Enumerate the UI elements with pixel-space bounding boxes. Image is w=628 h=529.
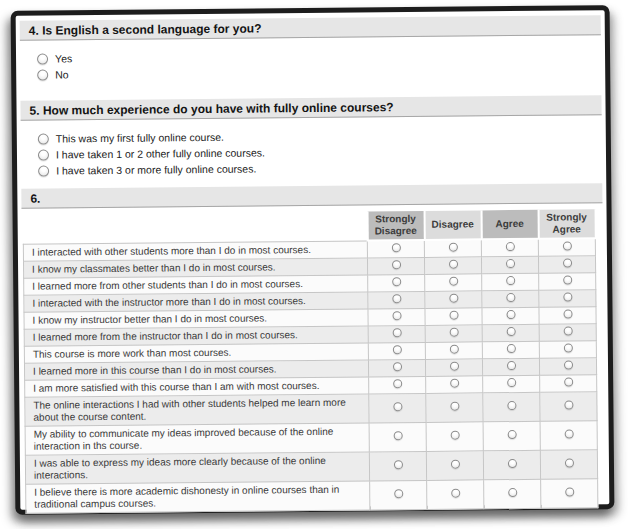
column-header-agree: Agree [481, 210, 538, 240]
radio-strongly-agree[interactable] [563, 310, 572, 319]
cell-strongly-disagree [368, 308, 425, 326]
cell-disagree [427, 480, 484, 510]
radio-strongly-disagree[interactable] [392, 277, 401, 286]
likert-table: Strongly Disagree Disagree Agree Strongl… [23, 209, 599, 513]
radio-disagree[interactable] [449, 260, 458, 269]
cell-agree [483, 375, 540, 393]
cell-disagree [425, 308, 482, 326]
cell-strongly-disagree [368, 359, 425, 377]
radio-agree[interactable] [507, 401, 516, 410]
radio-strongly-agree[interactable] [564, 430, 573, 439]
radio-taken-1-or-2[interactable] [38, 149, 49, 160]
radio-no[interactable] [37, 69, 48, 80]
radio-strongly-disagree[interactable] [393, 379, 402, 388]
screenshot-frame: 4. Is English a second language for you?… [11, 5, 615, 515]
radio-agree[interactable] [506, 344, 515, 353]
radio-disagree[interactable] [450, 431, 459, 440]
radio-disagree[interactable] [451, 489, 460, 498]
cell-disagree [426, 422, 483, 452]
radio-agree[interactable] [506, 259, 515, 268]
radio-agree[interactable] [507, 430, 516, 439]
question-4-options: Yes No [37, 45, 601, 82]
cell-agree [484, 479, 541, 509]
radio-strongly-disagree[interactable] [394, 489, 403, 498]
radio-strongly-agree[interactable] [563, 293, 572, 302]
radio-agree[interactable] [506, 276, 515, 285]
radio-disagree[interactable] [449, 345, 458, 354]
radio-taken-3-or-more[interactable] [38, 165, 49, 176]
radio-strongly-disagree[interactable] [392, 345, 401, 354]
cell-agree [482, 358, 539, 376]
cell-agree [483, 450, 540, 480]
radio-disagree[interactable] [449, 277, 458, 286]
radio-agree[interactable] [506, 327, 515, 336]
option-no-label: No [55, 68, 69, 80]
radio-strongly-disagree[interactable] [393, 460, 402, 469]
statement-text: The online interactions I had with other… [25, 394, 369, 426]
radio-disagree[interactable] [450, 379, 459, 388]
cell-agree [482, 341, 539, 359]
cell-strongly-disagree [368, 342, 425, 360]
radio-agree[interactable] [507, 459, 516, 468]
cell-strongly-agree [539, 358, 596, 376]
cell-strongly-agree [539, 273, 596, 291]
radio-strongly-agree[interactable] [564, 459, 573, 468]
question-5-title: 5. How much experience do you have with … [20, 95, 601, 121]
cell-strongly-disagree [370, 480, 427, 510]
radio-disagree[interactable] [450, 460, 459, 469]
radio-strongly-agree[interactable] [563, 327, 572, 336]
option-yes-label: Yes [55, 52, 72, 64]
radio-disagree[interactable] [449, 362, 458, 371]
radio-disagree[interactable] [449, 328, 458, 337]
radio-agree[interactable] [506, 293, 515, 302]
option-first-online-course-label: This was my first fully online course. [56, 131, 224, 145]
cell-strongly-disagree [369, 451, 426, 481]
radio-agree[interactable] [508, 488, 517, 497]
radio-strongly-agree[interactable] [562, 242, 571, 251]
radio-strongly-disagree[interactable] [392, 362, 401, 371]
cell-strongly-agree [538, 256, 595, 274]
survey-page: 4. Is English a second language for you?… [16, 10, 610, 514]
radio-agree[interactable] [506, 361, 515, 370]
radio-strongly-agree[interactable] [563, 344, 572, 353]
radio-disagree[interactable] [448, 243, 457, 252]
radio-yes[interactable] [37, 53, 48, 64]
cell-strongly-agree [540, 421, 597, 451]
radio-strongly-agree[interactable] [565, 488, 574, 497]
cell-strongly-agree [541, 479, 598, 509]
radio-strongly-disagree[interactable] [392, 311, 401, 320]
statement-text: I was able to express my ideas more clea… [25, 452, 369, 484]
cell-strongly-agree [540, 375, 597, 393]
column-header-disagree: Disagree [424, 210, 481, 240]
radio-first-online-course[interactable] [38, 133, 49, 144]
radio-agree[interactable] [507, 378, 516, 387]
radio-disagree[interactable] [450, 402, 459, 411]
column-header-strongly-disagree: Strongly Disagree [367, 211, 424, 241]
radio-strongly-disagree[interactable] [392, 294, 401, 303]
radio-strongly-disagree[interactable] [392, 260, 401, 269]
radio-strongly-disagree[interactable] [392, 328, 401, 337]
radio-strongly-disagree[interactable] [393, 402, 402, 411]
column-header-strongly-agree: Strongly Agree [538, 209, 595, 239]
cell-strongly-disagree [368, 325, 425, 343]
radio-strongly-agree[interactable] [563, 361, 572, 370]
radio-strongly-agree[interactable] [563, 276, 572, 285]
cell-strongly-agree [539, 324, 596, 342]
cell-disagree [426, 451, 483, 481]
radio-strongly-agree[interactable] [564, 401, 573, 410]
radio-disagree[interactable] [449, 311, 458, 320]
question-6-title: 6. [21, 183, 602, 209]
cell-disagree [425, 291, 482, 309]
radio-strongly-agree[interactable] [564, 378, 573, 387]
radio-strongly-disagree[interactable] [391, 243, 400, 252]
cell-agree [481, 239, 538, 257]
cell-agree [483, 421, 540, 451]
statement-text: My ability to communicate my ideas impro… [25, 423, 369, 455]
radio-strongly-agree[interactable] [562, 259, 571, 268]
radio-strongly-disagree[interactable] [393, 431, 402, 440]
radio-disagree[interactable] [449, 294, 458, 303]
cell-strongly-agree [540, 450, 597, 480]
radio-agree[interactable] [505, 242, 514, 251]
question-5-options: This was my first fully online course. I… [38, 125, 602, 178]
radio-agree[interactable] [506, 310, 515, 319]
